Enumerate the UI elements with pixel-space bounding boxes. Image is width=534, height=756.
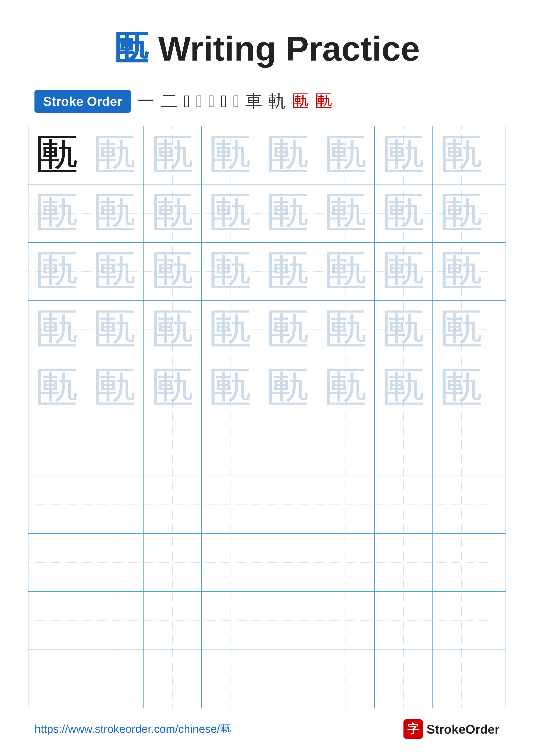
grid-cell-2-1[interactable]: 匭 [28,184,86,242]
practice-char-light: 匭 [440,308,483,351]
stroke-3: 𠃊 [184,92,190,111]
grid-cell-4-7[interactable]: 匭 [375,301,433,359]
grid-cell-6-1[interactable] [28,417,86,475]
grid-cell-3-6[interactable]: 匭 [317,243,375,300]
grid-cell-10-6[interactable] [317,650,375,708]
grid-cell-2-5[interactable]: 匭 [259,184,317,242]
grid-cell-10-5[interactable] [259,650,317,708]
grid-cell-8-4[interactable] [202,534,259,591]
grid-cell-10-3[interactable] [144,650,202,708]
grid-cell-3-3[interactable]: 匭 [144,243,202,300]
grid-cell-9-8[interactable] [433,592,490,650]
stroke-5: 𠃍 [208,92,215,111]
grid-cell-1-4[interactable]: 匭 [202,126,259,184]
grid-cell-1-1[interactable]: 匭 [28,126,86,184]
grid-cell-8-2[interactable] [86,534,144,591]
practice-char-light: 匭 [382,134,425,177]
grid-cell-4-3[interactable]: 匭 [144,301,202,359]
grid-cell-7-5[interactable] [259,475,317,533]
grid-cell-6-8[interactable] [433,417,490,475]
grid-cell-6-4[interactable] [202,417,259,475]
grid-cell-10-8[interactable] [433,650,490,708]
grid-cell-3-4[interactable]: 匭 [202,243,259,300]
grid-cell-7-7[interactable] [375,475,433,533]
grid-cell-10-1[interactable] [28,650,86,708]
grid-cell-7-1[interactable] [28,475,86,533]
grid-cell-5-7[interactable]: 匭 [375,359,433,417]
grid-cell-4-8[interactable]: 匭 [433,301,490,359]
grid-cell-2-4[interactable]: 匭 [202,184,259,242]
grid-cell-2-7[interactable]: 匭 [375,184,433,242]
grid-cell-9-1[interactable] [28,592,86,650]
grid-cell-8-1[interactable] [28,534,86,591]
grid-cell-5-1[interactable]: 匭 [28,359,86,417]
grid-cell-5-2[interactable]: 匭 [86,359,144,417]
grid-cell-2-6[interactable]: 匭 [317,184,375,242]
practice-char-light: 匭 [209,366,252,410]
grid-cell-4-5[interactable]: 匭 [259,301,317,359]
grid-cell-10-7[interactable] [375,650,433,708]
grid-cell-8-6[interactable] [317,534,375,591]
grid-cell-3-2[interactable]: 匭 [86,243,144,300]
practice-char-light: 匭 [324,308,367,351]
grid-cell-9-5[interactable] [259,592,317,650]
grid-cell-3-7[interactable]: 匭 [375,243,433,300]
grid-row-8 [28,534,506,592]
grid-cell-10-4[interactable] [202,650,259,708]
logo-text: StrokeOrder [427,722,499,736]
grid-cell-3-8[interactable]: 匭 [433,243,490,300]
grid-cell-7-6[interactable] [317,475,375,533]
grid-cell-6-7[interactable] [375,417,433,475]
grid-cell-6-5[interactable] [259,417,317,475]
grid-cell-3-5[interactable]: 匭 [259,243,317,300]
grid-cell-1-2[interactable]: 匭 [86,126,144,184]
practice-char-light: 匭 [382,308,425,351]
grid-cell-1-8[interactable]: 匭 [433,126,490,184]
grid-cell-8-8[interactable] [433,534,490,591]
grid-cell-1-7[interactable]: 匭 [375,126,433,184]
grid-cell-4-4[interactable]: 匭 [202,301,259,359]
practice-char-light: 匭 [267,250,310,293]
logo-icon: 字 [403,719,423,739]
grid-cell-8-3[interactable] [144,534,202,591]
grid-cell-5-4[interactable]: 匭 [202,359,259,417]
grid-cell-9-4[interactable] [202,592,259,650]
grid-cell-1-6[interactable]: 匭 [317,126,375,184]
grid-cell-4-2[interactable]: 匭 [86,301,144,359]
practice-char-light: 匭 [93,192,136,235]
practice-char-light: 匭 [440,134,483,177]
practice-char-light: 匭 [209,134,252,177]
grid-cell-7-8[interactable] [433,475,490,533]
grid-cell-6-6[interactable] [317,417,375,475]
grid-cell-4-6[interactable]: 匭 [317,301,375,359]
grid-cell-9-7[interactable] [375,592,433,650]
grid-row-2: 匭 匭 匭 匭 匭 匭 匭 匭 [28,184,506,243]
grid-cell-8-5[interactable] [259,534,317,591]
grid-cell-7-3[interactable] [144,475,202,533]
stroke-6: 𠃉 [220,92,227,111]
grid-cell-5-3[interactable]: 匭 [144,359,202,417]
grid-cell-10-2[interactable] [86,650,144,708]
grid-cell-4-1[interactable]: 匭 [28,301,86,359]
grid-cell-9-2[interactable] [86,592,144,650]
grid-cell-2-8[interactable]: 匭 [433,184,490,242]
grid-cell-5-5[interactable]: 匭 [259,359,317,417]
grid-cell-8-7[interactable] [375,534,433,591]
grid-cell-9-3[interactable] [144,592,202,650]
grid-cell-7-4[interactable] [202,475,259,533]
grid-cell-2-2[interactable]: 匭 [86,184,144,242]
grid-cell-6-2[interactable] [86,417,144,475]
practice-char-light: 匭 [151,192,194,235]
grid-cell-3-1[interactable]: 匭 [28,243,86,300]
grid-cell-9-6[interactable] [317,592,375,650]
footer-url[interactable]: https://www.strokeorder.com/chinese/匭 [35,721,231,737]
grid-cell-1-5[interactable]: 匭 [259,126,317,184]
grid-cell-6-3[interactable] [144,417,202,475]
grid-cell-1-3[interactable]: 匭 [144,126,202,184]
grid-cell-7-2[interactable] [86,475,144,533]
practice-char-light: 匭 [93,250,136,293]
grid-cell-5-8[interactable]: 匭 [433,359,490,417]
grid-cell-5-6[interactable]: 匭 [317,359,375,417]
grid-cell-2-3[interactable]: 匭 [144,184,202,242]
grid-row-9 [28,592,506,650]
